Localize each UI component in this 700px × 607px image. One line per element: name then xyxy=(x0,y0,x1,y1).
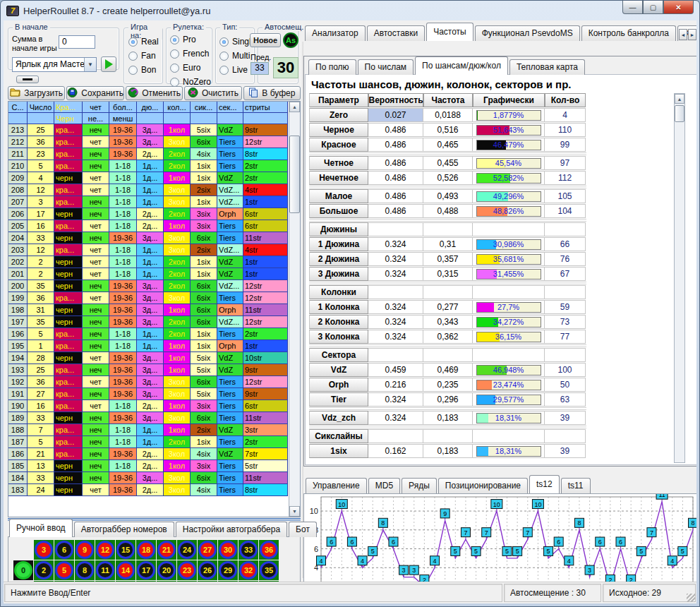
table-row[interactable]: 19831черннеч19-363д...1кол6sixOrph11str xyxy=(8,304,289,316)
table-row[interactable]: 2105кра...неч1-181д...2кол1sixTiers2str xyxy=(8,160,289,172)
freq-param[interactable]: 2 Дюжина xyxy=(309,252,368,266)
preset-combobox[interactable]: Ярлык для Мастер ▼ xyxy=(12,57,97,72)
close-button[interactable]: ✕ xyxy=(663,1,694,14)
column-header[interactable]: менш xyxy=(109,113,137,124)
column-header[interactable]: бол... xyxy=(109,102,137,113)
freq-param[interactable]: 1six xyxy=(309,444,368,458)
column-header[interactable] xyxy=(243,113,288,124)
table-row[interactable]: 2012чернчет1-181д...2кол1sixVdZ1str xyxy=(8,268,289,280)
column-header[interactable] xyxy=(137,113,164,124)
series-tab-md5[interactable]: MD5 xyxy=(368,478,400,493)
table-row[interactable]: 20812кра...чет1-181д...3кол2sixVdZ...4st… xyxy=(8,184,289,196)
column-header[interactable]: кол... xyxy=(164,102,191,113)
number-button-11[interactable]: 11 xyxy=(95,560,115,580)
table-row[interactable]: 20617черннеч1-182д...2кол3sixOrph6str xyxy=(8,208,289,220)
table-row[interactable]: 1965кра...неч1-181д...2кол1sixTiers2str xyxy=(8,328,289,340)
tab-контроль-банкролла[interactable]: Контроль банкролла xyxy=(581,25,676,41)
type-option-singl[interactable]: Singl xyxy=(219,37,251,47)
number-button-17[interactable]: 17 xyxy=(136,560,156,580)
number-button-26[interactable]: 26 xyxy=(198,560,217,580)
column-header[interactable]: Кра... xyxy=(54,102,83,113)
roulette-option-euro[interactable]: Euro xyxy=(170,63,211,73)
number-button-21[interactable]: 21 xyxy=(157,540,176,560)
scroll-down-icon[interactable]: ▼ xyxy=(289,506,300,517)
freq-param[interactable]: Сикслайны xyxy=(309,429,368,443)
spins-scrollbar[interactable]: ▲ ▼ xyxy=(289,102,300,517)
number-button-30[interactable]: 30 xyxy=(218,540,238,560)
freq-row[interactable]: 1 Дюжина0.3240,3130,986%66 xyxy=(309,237,671,251)
number-button-36[interactable]: 36 xyxy=(259,540,279,560)
column-header[interactable]: сек... xyxy=(217,102,243,113)
subtab-по-шансам-дюж-кол[interactable]: По шансам/дюж/кол xyxy=(415,56,508,75)
freq-param[interactable]: 3 Дюжина xyxy=(309,267,368,281)
freq-row[interactable]: Сектора xyxy=(309,348,671,362)
game-on-option-bon[interactable]: Bon xyxy=(128,65,159,75)
table-row[interactable]: 2094чернчет1-181д...1кол1sixVdZ2str xyxy=(8,172,289,184)
number-button-18[interactable]: 18 xyxy=(136,540,156,560)
save-button[interactable]: Сохранить xyxy=(66,86,124,100)
freq-param[interactable]: 1 Дюжина xyxy=(309,237,368,251)
tabs-scroll-left-icon[interactable]: ◄ xyxy=(679,29,687,40)
roulette-option-pro[interactable]: Pro xyxy=(170,35,211,44)
series-tab-ряды[interactable]: Ряды xyxy=(402,478,437,493)
freq-param[interactable]: Дюжины xyxy=(309,222,368,236)
freq-row[interactable]: Четное0.4860,45545,54%97 xyxy=(309,156,671,170)
clear-button[interactable]: Очистить xyxy=(184,86,241,100)
table-row[interactable]: 1887кра...неч1-181д...1кол2sixVdZ3str xyxy=(8,424,289,436)
column-header[interactable]: сик... xyxy=(191,102,217,113)
maximize-button[interactable]: ▢ xyxy=(643,1,663,14)
input-tab-бот[interactable]: Бот xyxy=(289,522,317,537)
freq-row[interactable]: 3 Дюжина0.3240,31531,455%67 xyxy=(309,267,671,281)
freq-column-header[interactable]: Частота xyxy=(423,93,473,107)
series-tab-ts12[interactable]: ts12 xyxy=(529,475,560,493)
freq-row[interactable]: Дюжины xyxy=(309,222,671,236)
freq-row[interactable]: 1 Колонка0.3240,27727,7%59 xyxy=(309,300,671,314)
freq-param[interactable]: Большое xyxy=(309,204,368,218)
radio-icon[interactable] xyxy=(170,78,179,87)
number-button-35[interactable]: 35 xyxy=(259,560,279,580)
tabs-scroll-right-icon[interactable]: ► xyxy=(688,29,696,40)
scroll-up-icon[interactable]: ▲ xyxy=(675,94,684,104)
radio-icon[interactable] xyxy=(219,52,229,61)
scrollbar-thumb[interactable] xyxy=(675,105,684,122)
table-row[interactable]: 20516кра...чет1-182д...1кол3sixTiers6str xyxy=(8,220,289,232)
roulette-option-french[interactable]: French xyxy=(170,49,211,59)
freq-row[interactable]: Orph0.2160,23523,474%50 xyxy=(309,378,671,392)
column-header[interactable] xyxy=(28,113,54,124)
number-button-2[interactable]: 2 xyxy=(34,560,54,580)
freq-column-header[interactable]: Кол-во xyxy=(545,93,586,107)
freq-row[interactable]: Большое0.4860,48848,826%104 xyxy=(309,204,671,218)
number-button-6[interactable]: 6 xyxy=(54,540,74,560)
freq-param[interactable]: Красное xyxy=(309,138,368,152)
roulette-option-nozero[interactable]: NoZero xyxy=(170,77,211,87)
column-header[interactable] xyxy=(217,113,243,124)
start-sum-input[interactable]: 0 xyxy=(59,35,95,49)
scroll-up-icon[interactable]: ▲ xyxy=(289,102,300,112)
number-button-20[interactable]: 20 xyxy=(157,560,176,580)
table-row[interactable]: 19016кра...чет1-182д...1кол3sixTiers6str xyxy=(8,400,289,412)
column-header[interactable]: Черн xyxy=(54,113,83,124)
freq-row[interactable]: 2 Дюжина0.3240,35735,681%76 xyxy=(309,252,671,266)
freq-param[interactable]: 1 Колонка xyxy=(309,300,368,314)
table-row[interactable]: 19127кра...неч19-363д...3кол5sixTiers9st… xyxy=(8,388,289,400)
freq-param[interactable]: Черное xyxy=(309,123,368,137)
freq-param[interactable]: Сектора xyxy=(309,348,368,362)
number-button-9[interactable]: 9 xyxy=(75,540,95,560)
radio-icon[interactable] xyxy=(170,49,179,59)
table-row[interactable]: Чернне...менш xyxy=(8,113,289,124)
table-row[interactable]: 21236кра...чет19-363д...3кол6sixTiers12s… xyxy=(8,136,289,148)
radio-icon[interactable] xyxy=(128,66,138,75)
column-header[interactable] xyxy=(8,113,28,124)
number-button-0[interactable]: 0 xyxy=(13,560,33,580)
table-row[interactable]: 20433черннеч19-363д...3кол6sixTiers11str xyxy=(8,232,289,244)
subtab-тепловая-карта[interactable]: Тепловая карта xyxy=(509,59,585,75)
radio-icon[interactable] xyxy=(219,37,229,47)
radio-icon[interactable] xyxy=(170,64,179,73)
column-header[interactable] xyxy=(164,113,191,124)
freq-param[interactable]: 3 Колонка xyxy=(309,330,368,344)
radio-icon[interactable] xyxy=(128,37,138,47)
table-row[interactable]: 19735черннеч19-363д...2кол6sixVdZ...12st… xyxy=(8,316,289,328)
number-button-33[interactable]: 33 xyxy=(239,540,258,560)
freq-param[interactable]: Orph xyxy=(309,378,368,392)
table-row[interactable]: 19936кра...чет19-363д...3кол6sixTiers12s… xyxy=(8,292,289,304)
